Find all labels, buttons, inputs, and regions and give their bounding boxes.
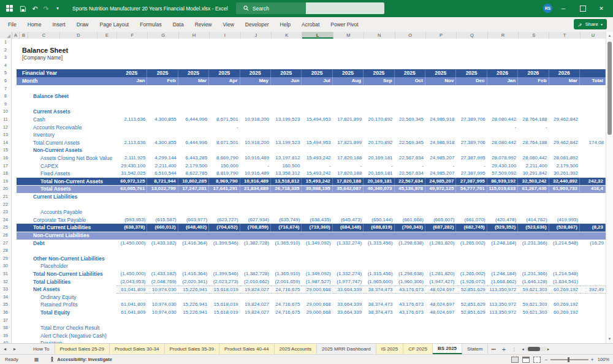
cell[interactable]: (1,646,128) [518, 278, 549, 286]
cell[interactable] [580, 301, 606, 309]
cell[interactable]: (1,298,638) [395, 240, 425, 248]
cell[interactable] [456, 124, 487, 132]
cell[interactable]: 20,170,892 [364, 139, 394, 147]
cell[interactable]: 392,49 [580, 286, 606, 294]
cell[interactable]: (1,248,184) [487, 240, 518, 248]
cell[interactable]: 2025 [147, 69, 178, 77]
hscroll-left-icon[interactable]: ◂ [522, 347, 524, 352]
normal-view-icon[interactable] [511, 357, 519, 363]
row-header-29[interactable]: 29 [0, 255, 12, 263]
row-header-12[interactable]: 12 [0, 124, 12, 132]
cell[interactable]: 13,199,523 [271, 116, 302, 124]
cell[interactable]: (529,352) [487, 224, 518, 232]
cell[interactable]: 33,664,339 [333, 301, 364, 309]
scroll-up-icon[interactable]: ▲ [606, 32, 613, 39]
cell[interactable]: (1,281,820) [425, 240, 456, 248]
cell[interactable]: 60,269,192 [549, 286, 580, 294]
row-header-2[interactable]: 2 [0, 47, 12, 55]
cell[interactable]: (2,023,273) [209, 278, 240, 286]
ribbon-tab-file[interactable]: File [2, 17, 22, 32]
row-label[interactable]: Total Current Assets [33, 139, 80, 147]
ribbon-tab-home[interactable]: Home [22, 17, 47, 32]
ribbon-tab-power-pivot[interactable]: Power Pivot [325, 17, 364, 32]
row-label[interactable]: Current Assets [33, 108, 70, 116]
cell[interactable]: Sep [364, 77, 394, 85]
cell[interactable]: 24,986,918 [425, 116, 456, 124]
cell[interactable]: 24,986,918 [425, 139, 456, 147]
sheet-tab-statem[interactable]: Statem [462, 344, 488, 354]
cell[interactable]: 63,085,761 [116, 185, 147, 193]
cell[interactable]: (1,450,000) [116, 270, 147, 278]
cell[interactable]: 22,567,634 [395, 154, 425, 162]
cell[interactable]: 8,819,790 [209, 170, 240, 178]
row-header-33[interactable]: 33 [0, 286, 12, 294]
column-header-S[interactable]: S [519, 32, 549, 39]
undo-icon[interactable]: ↶ [30, 4, 40, 13]
cell[interactable]: 28,764,188 [518, 139, 549, 147]
cell[interactable]: (635,749) [271, 216, 302, 224]
cell[interactable]: - [302, 162, 332, 170]
cell[interactable]: 21,834,689 [240, 185, 271, 193]
ribbon-tab-review[interactable]: Review [189, 17, 218, 32]
cell[interactable]: Jul [302, 77, 332, 85]
cell[interactable]: 2026 [549, 69, 580, 77]
row-header-8[interactable]: 8 [0, 93, 12, 100]
select-all-corner[interactable] [0, 32, 12, 39]
ribbon-tab-data[interactable]: Data [167, 17, 189, 32]
cell[interactable]: (603,977) [178, 216, 209, 224]
cell[interactable]: (8,23 [580, 224, 606, 232]
cell[interactable]: 17,641,291 [209, 185, 240, 193]
cell[interactable]: 15,618,019 [209, 301, 240, 309]
cell[interactable]: (414,762) [518, 216, 549, 224]
cell[interactable]: 174,08 [580, 139, 606, 147]
cell[interactable]: (684,148) [333, 224, 364, 232]
cell[interactable]: 60,269,192 [549, 309, 580, 317]
row-header-23[interactable]: 23 [0, 208, 12, 216]
cell[interactable]: 59,621,303 [518, 286, 549, 294]
cell[interactable]: Total [580, 77, 606, 85]
row-label[interactable]: Balance Sheet [22, 47, 68, 55]
cell[interactable]: (1,947,427) [425, 278, 456, 286]
cell[interactable]: - [456, 162, 487, 170]
cell[interactable]: 35,642,087 [333, 185, 364, 193]
cell[interactable]: 4,300,855 [147, 116, 178, 124]
cell[interactable]: 20,169,181 [364, 178, 394, 186]
cell[interactable]: 22,569,345 [395, 139, 425, 147]
new-sheet-button[interactable]: + [499, 344, 509, 354]
cell[interactable]: (645,473) [333, 216, 364, 224]
cell[interactable]: 61,041,809 [116, 301, 147, 309]
cell[interactable] [580, 278, 606, 286]
cell[interactable]: 29,000,668 [302, 301, 332, 309]
cell[interactable]: 27,389,706 [456, 116, 487, 124]
row-label[interactable]: Balance Sheet [33, 93, 69, 100]
cell[interactable]: 20,169,181 [364, 154, 394, 162]
cell[interactable]: 15,493,242 [302, 154, 332, 162]
column-header-U[interactable]: U [581, 32, 606, 39]
cell[interactable]: (1,315,456) [364, 240, 394, 248]
cell[interactable]: (688,819) [364, 224, 394, 232]
cell[interactable]: 15,618,019 [209, 309, 240, 317]
sheet-tab-is-2025[interactable]: IS 2025 [376, 344, 404, 354]
cell[interactable]: (2,020,341) [178, 278, 209, 286]
cell[interactable]: - [518, 124, 549, 132]
cell[interactable]: (1,399,546) [209, 270, 240, 278]
cell[interactable] [549, 124, 580, 132]
cell[interactable]: 15,226,941 [178, 301, 209, 309]
column-header-N[interactable]: N [364, 32, 395, 39]
ribbon-tab-developer[interactable]: Developer [240, 17, 275, 32]
cell[interactable]: 17,820,188 [333, 170, 364, 178]
cell[interactable]: 43,176,673 [395, 309, 425, 317]
cell[interactable]: 13,518,812 [271, 178, 302, 186]
ribbon-tab-acrobat[interactable]: Acrobat [296, 17, 325, 32]
cell[interactable]: (650,144) [364, 216, 394, 224]
cell[interactable]: 54,777,701 [456, 185, 487, 193]
cell[interactable]: 8,671,501 [209, 139, 240, 147]
cell[interactable]: 43,176,673 [395, 301, 425, 309]
row-label[interactable]: Month [22, 77, 38, 85]
cell[interactable]: 30,291,842 [518, 170, 549, 178]
row-header-35[interactable]: 35 [0, 301, 12, 309]
cell[interactable]: 2025 [209, 69, 240, 77]
row-header-7[interactable]: 7 [0, 85, 12, 93]
cell[interactable]: - [395, 162, 425, 170]
cell[interactable]: 2025 [333, 69, 364, 77]
